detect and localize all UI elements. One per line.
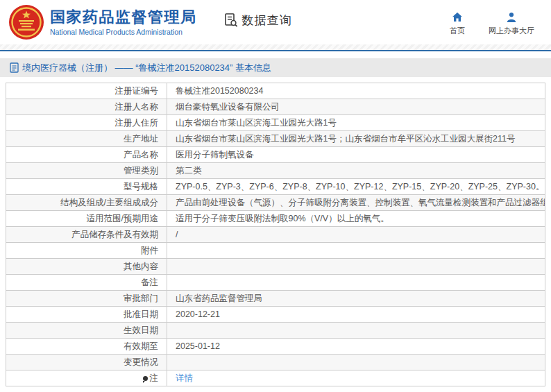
row-label: 备注	[6, 275, 167, 291]
row-label: 变更情况	[6, 355, 167, 370]
row-value: ZYP-0.5、ZYP-3、ZYP-6、ZYP-8、ZYP-10、ZYP-12、…	[167, 179, 545, 195]
data-query-label: 数据查询	[242, 12, 292, 28]
row-value	[167, 243, 545, 259]
row-label: 管理类别	[6, 163, 167, 179]
nav-service-hall[interactable]: 网上办事大厅	[489, 12, 534, 36]
table-row: 变更情况	[6, 355, 545, 370]
row-label: 附件	[6, 243, 167, 259]
table-row: 有效期至2025-01-12	[6, 339, 545, 355]
detail-link[interactable]: 详情	[176, 373, 193, 383]
table-row: 注详情	[6, 370, 545, 386]
row-value: 山东省烟台市莱山区滨海工业园光大路1号；山东省烟台市牟平区沁水工业园大展街211…	[167, 131, 545, 147]
table-row: 批准日期2020-12-21	[6, 307, 545, 323]
top-nav: 首页 网上办事大厅	[450, 12, 534, 36]
row-value: 2025-01-12	[167, 339, 545, 355]
nav-home-label: 首页	[450, 26, 465, 36]
row-label: 结构及组成/主要组成成分	[6, 195, 167, 211]
site-header: 国家药品监督管理局 National Medical Products Admi…	[0, 0, 551, 44]
row-label: 生产地址	[6, 131, 167, 147]
row-label: 产品名称	[6, 147, 167, 163]
info-table-body: 注册证编号鲁械注准20152080234注册人名称烟台豪特氧业设备有限公司注册人…	[6, 83, 545, 386]
row-label: 批准日期	[6, 307, 167, 323]
row-value: 详情	[167, 370, 545, 386]
row-value: 第二类	[167, 163, 545, 179]
home-icon	[452, 12, 463, 23]
row-label: 注	[6, 370, 167, 386]
row-value	[167, 355, 545, 370]
national-emblem-logo	[8, 4, 44, 40]
user-icon	[506, 12, 517, 23]
table-row: 适用范围/预期用途适用于分子筛变压吸附法制取90%（V/V）以上的氧气。	[6, 211, 545, 227]
header-hatch-band	[0, 44, 551, 50]
table-row: 审批部门山东省药品监督管理局	[6, 291, 545, 307]
row-label: 审批部门	[6, 291, 167, 307]
row-value: 产品由前处理设备（气源）、分子筛吸附分离装置、控制装置、氧气流量检测装置和产品过…	[167, 195, 545, 211]
nav-service-hall-label: 网上办事大厅	[489, 26, 534, 36]
row-label: 型号规格	[6, 179, 167, 195]
document-icon	[10, 62, 19, 73]
row-value	[167, 275, 545, 291]
site-title-en: National Medical Products Administration	[50, 28, 197, 36]
table-row: 生产地址山东省烟台市莱山区滨海工业园光大路1号；山东省烟台市牟平区沁水工业园大展…	[6, 131, 545, 147]
row-label: 产品储存条件及有效期	[6, 227, 167, 243]
site-title: 国家药品监督管理局 National Medical Products Admi…	[50, 8, 197, 36]
row-value	[167, 323, 545, 339]
row-value: /	[167, 227, 545, 243]
row-label: 注册人住所	[6, 115, 167, 131]
note-icon	[143, 376, 148, 381]
site-title-cn: 国家药品监督管理局	[50, 8, 197, 26]
breadcrumb-text: 境内医疗器械（注册） —— “鲁械注准20152080234” 基本信息	[22, 62, 271, 74]
table-row: 注册证编号鲁械注准20152080234	[6, 83, 545, 99]
row-value: 鲁械注准20152080234	[167, 83, 545, 99]
row-label: 注册人名称	[6, 99, 167, 115]
table-row: 产品储存条件及有效期/	[6, 227, 545, 243]
registration-info-table-wrap: 注册证编号鲁械注准20152080234注册人名称烟台豪特氧业设备有限公司注册人…	[6, 83, 545, 386]
data-query-icon	[223, 12, 239, 28]
table-row: 备注	[6, 275, 545, 291]
row-label: 有效期至	[6, 339, 167, 355]
header-separator	[0, 50, 551, 51]
registration-info-table: 注册证编号鲁械注准20152080234注册人名称烟台豪特氧业设备有限公司注册人…	[6, 83, 545, 386]
row-value: 适用于分子筛变压吸附法制取90%（V/V）以上的氧气。	[167, 211, 545, 227]
table-row: 注册人名称烟台豪特氧业设备有限公司	[6, 99, 545, 115]
row-value: 2020-12-21	[167, 307, 545, 323]
table-row: 型号规格ZYP-0.5、ZYP-3、ZYP-6、ZYP-8、ZYP-10、ZYP…	[6, 179, 545, 195]
row-label: 适用范围/预期用途	[6, 211, 167, 227]
table-row: 结构及组成/主要组成成分产品由前处理设备（气源）、分子筛吸附分离装置、控制装置、…	[6, 195, 545, 211]
table-row: 附件	[6, 243, 545, 259]
table-row: 生效日期	[6, 323, 545, 339]
row-value: 医用分子筛制氧设备	[167, 147, 545, 163]
row-value	[167, 259, 545, 275]
breadcrumb: 境内医疗器械（注册） —— “鲁械注准20152080234” 基本信息	[0, 58, 551, 77]
row-value: 烟台豪特氧业设备有限公司	[167, 99, 545, 115]
row-value: 山东省药品监督管理局	[167, 291, 545, 307]
table-row: 注册人住所山东省烟台市莱山区滨海工业园光大路1号	[6, 115, 545, 131]
nav-home[interactable]: 首页	[450, 12, 465, 36]
table-row: 其他内容	[6, 259, 545, 275]
data-query-section[interactable]: 数据查询	[223, 12, 292, 28]
table-row: 管理类别第二类	[6, 163, 545, 179]
table-row: 产品名称医用分子筛制氧设备	[6, 147, 545, 163]
row-label: 注册证编号	[6, 83, 167, 99]
row-label: 生效日期	[6, 323, 167, 339]
row-label: 其他内容	[6, 259, 167, 275]
row-value: 山东省烟台市莱山区滨海工业园光大路1号	[167, 115, 545, 131]
